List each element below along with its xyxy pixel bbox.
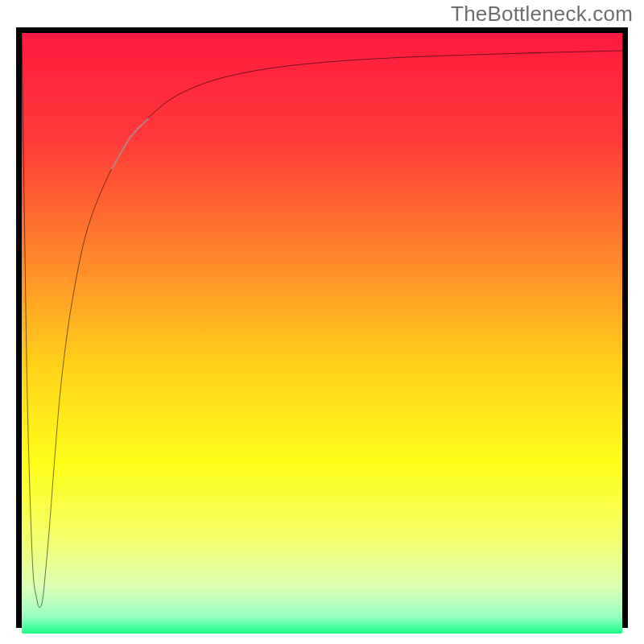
chart-frame: TheBottleneck.com xyxy=(0,0,644,644)
bottleneck-curve xyxy=(22,33,622,622)
attribution-label: TheBottleneck.com xyxy=(451,2,633,27)
plot-area xyxy=(16,27,628,628)
